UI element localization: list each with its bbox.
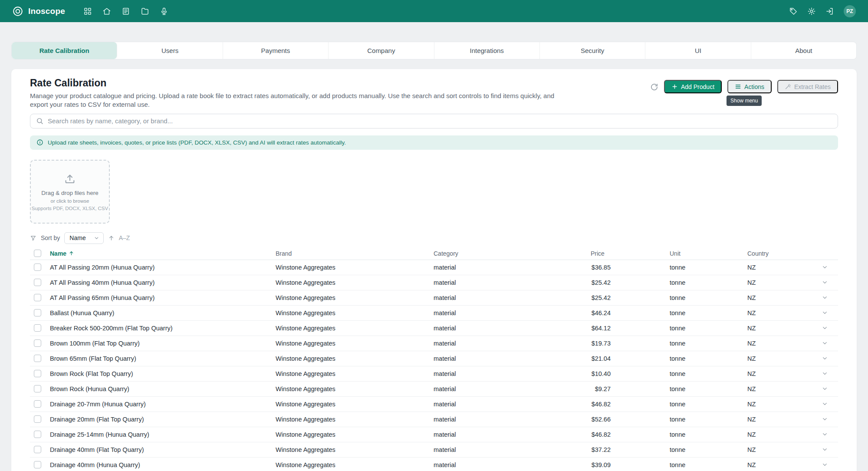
cell-name: Brown Rock (Flat Top Quarry) — [50, 370, 276, 377]
cell-price: $21.04 — [591, 355, 670, 362]
row-checkbox[interactable] — [34, 385, 41, 392]
row-checkbox[interactable] — [34, 339, 41, 347]
extract-rates-button[interactable]: Extract Rates — [777, 80, 838, 93]
gear-icon[interactable] — [807, 7, 816, 16]
table-row[interactable]: Ballast (Hunua Quarry) Winstone Aggregat… — [30, 306, 838, 321]
row-checkbox[interactable] — [34, 431, 41, 438]
tab[interactable]: Security — [540, 42, 645, 59]
cell-name: Drainage 40mm (Flat Top Quarry) — [50, 446, 276, 453]
cell-price: $9.27 — [591, 385, 670, 392]
search-bar — [30, 114, 838, 128]
tab[interactable]: Integrations — [434, 42, 540, 59]
row-expand-chevron-icon[interactable] — [822, 279, 828, 286]
table-row[interactable]: Drainage 25-14mm (Hunua Quarry) Winstone… — [30, 427, 838, 442]
logout-icon[interactable] — [825, 7, 834, 16]
tab[interactable]: Company — [329, 42, 434, 59]
table-row[interactable]: Brown 100mm (Flat Top Quarry) Winstone A… — [30, 336, 838, 351]
table-row[interactable]: AT All Passing 40mm (Hunua Quarry) Winst… — [30, 275, 838, 290]
table-row[interactable]: Drainage 40mm (Hunua Quarry) Winstone Ag… — [30, 458, 838, 471]
search-input[interactable] — [48, 117, 832, 125]
row-expand-chevron-icon[interactable] — [822, 294, 828, 301]
row-expand-chevron-icon[interactable] — [822, 370, 828, 377]
cell-name: Brown Rock (Hunua Quarry) — [50, 385, 276, 392]
sort-field-select[interactable]: Name — [64, 232, 103, 244]
select-all-checkbox[interactable] — [34, 250, 41, 257]
cell-name: Brown 65mm (Flat Top Quarry) — [50, 355, 276, 362]
row-expand-chevron-icon[interactable] — [822, 416, 828, 422]
row-checkbox[interactable] — [34, 370, 41, 377]
row-expand-chevron-icon[interactable] — [822, 340, 828, 346]
cell-price: $25.42 — [591, 279, 670, 286]
avatar[interactable]: PZ — [844, 5, 856, 17]
column-header-price[interactable]: Price — [591, 250, 670, 257]
cell-unit: tonne — [670, 461, 747, 468]
table-row[interactable]: Drainage 20-7mm (Hunua Quarry) Winstone … — [30, 397, 838, 412]
column-header-category[interactable]: Category — [434, 250, 591, 257]
row-expand-chevron-icon[interactable] — [822, 461, 828, 468]
tab[interactable]: UI — [645, 42, 751, 59]
row-checkbox[interactable] — [34, 400, 41, 408]
row-checkbox[interactable] — [34, 309, 41, 316]
table-row[interactable]: AT All Passing 65mm (Hunua Quarry) Winst… — [30, 290, 838, 306]
row-expand-chevron-icon[interactable] — [822, 401, 828, 407]
cell-brand: Winstone Aggregates — [276, 385, 434, 392]
cell-country: NZ — [747, 461, 811, 468]
cell-category: material — [434, 355, 591, 362]
brand[interactable]: Inoscope — [12, 6, 65, 17]
cell-unit: tonne — [670, 446, 747, 453]
column-header-brand[interactable]: Brand — [276, 250, 434, 257]
tab[interactable]: Users — [117, 42, 223, 59]
microphone-icon[interactable] — [160, 7, 168, 16]
top-nav — [83, 7, 168, 16]
file-dropzone[interactable]: Drag & drop files here or click to brows… — [30, 160, 110, 224]
home-icon[interactable] — [102, 7, 111, 16]
row-checkbox[interactable] — [34, 324, 41, 332]
table-row[interactable]: Brown Rock (Flat Top Quarry) Winstone Ag… — [30, 366, 838, 382]
column-header-unit[interactable]: Unit — [670, 250, 747, 257]
row-expand-chevron-icon[interactable] — [822, 385, 828, 392]
actions-button[interactable]: Actions — [727, 80, 772, 93]
info-icon — [36, 139, 43, 146]
row-checkbox[interactable] — [34, 294, 41, 301]
row-expand-chevron-icon[interactable] — [822, 355, 828, 362]
tag-icon[interactable] — [789, 7, 798, 16]
add-product-button[interactable]: Add Product — [664, 80, 722, 93]
table-row[interactable]: Brown Rock (Hunua Quarry) Winstone Aggre… — [30, 382, 838, 397]
table-row[interactable]: Drainage 40mm (Flat Top Quarry) Winstone… — [30, 442, 838, 458]
column-header-country[interactable]: Country — [747, 250, 811, 257]
tab[interactable]: Payments — [223, 42, 329, 59]
cell-country: NZ — [747, 416, 811, 423]
cell-country: NZ — [747, 294, 811, 301]
row-checkbox[interactable] — [34, 415, 41, 423]
sort-asc-icon — [69, 250, 74, 256]
row-expand-chevron-icon[interactable] — [822, 264, 828, 270]
row-checkbox[interactable] — [34, 446, 41, 453]
row-expand-chevron-icon[interactable] — [822, 431, 828, 438]
table-row[interactable]: AT All Passing 20mm (Hunua Quarry) Winst… — [30, 260, 838, 275]
cell-brand: Winstone Aggregates — [276, 264, 434, 271]
column-header-name[interactable]: Name — [50, 250, 276, 257]
row-checkbox[interactable] — [34, 461, 41, 468]
row-checkbox[interactable] — [34, 263, 41, 271]
refresh-icon[interactable] — [650, 83, 658, 91]
table-row[interactable]: Drainage 20mm (Flat Top Quarry) Winstone… — [30, 412, 838, 427]
cell-country: NZ — [747, 310, 811, 316]
row-expand-chevron-icon[interactable] — [822, 310, 828, 316]
table-row[interactable]: Brown 65mm (Flat Top Quarry) Winstone Ag… — [30, 351, 838, 366]
filter-icon — [30, 235, 36, 241]
table-row[interactable]: Breaker Rock 500-200mm (Flat Top Quarry)… — [30, 321, 838, 336]
sort-direction-button[interactable] — [108, 235, 115, 241]
cell-category: material — [434, 340, 591, 347]
tab[interactable]: About — [751, 42, 856, 59]
folder-icon[interactable] — [141, 7, 149, 16]
row-checkbox[interactable] — [34, 355, 41, 362]
row-expand-chevron-icon[interactable] — [822, 325, 828, 331]
tab[interactable]: Rate Calibration — [12, 42, 117, 59]
cell-category: material — [434, 385, 591, 392]
document-icon[interactable] — [122, 7, 130, 16]
row-checkbox[interactable] — [34, 279, 41, 286]
apps-grid-icon[interactable] — [83, 7, 92, 16]
cell-country: NZ — [747, 401, 811, 408]
cell-country: NZ — [747, 264, 811, 271]
row-expand-chevron-icon[interactable] — [822, 446, 828, 453]
